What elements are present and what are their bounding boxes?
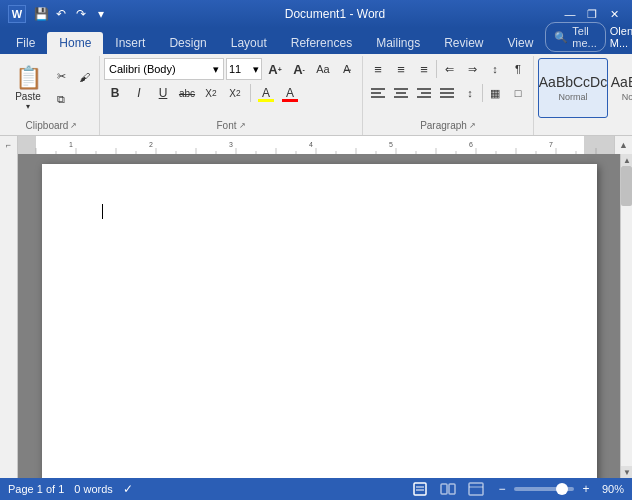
ribbon-right-area: 🔍 Tell me... Olenna M... Share bbox=[545, 22, 632, 54]
scrollbar-thumb[interactable] bbox=[621, 166, 632, 206]
user-account[interactable]: Olenna M... bbox=[610, 25, 632, 49]
read-mode-view-button[interactable] bbox=[438, 481, 458, 497]
tab-review[interactable]: Review bbox=[432, 32, 495, 54]
print-layout-view-button[interactable] bbox=[410, 481, 430, 497]
tab-design[interactable]: Design bbox=[157, 32, 218, 54]
font-size-selector[interactable]: 11 ▾ bbox=[226, 58, 262, 80]
shrink-font-button[interactable]: A- bbox=[288, 58, 310, 80]
shading-button[interactable]: ▦ bbox=[484, 82, 506, 104]
customize-quick-btn[interactable]: ▾ bbox=[92, 5, 110, 23]
tab-insert[interactable]: Insert bbox=[103, 32, 157, 54]
restore-button[interactable]: ❐ bbox=[582, 4, 602, 24]
zoom-slider-thumb[interactable] bbox=[556, 483, 568, 495]
paste-button[interactable]: 📋 Paste ▾ bbox=[8, 63, 48, 113]
styles-area: AaBbCcDc Normal AaBbCcDc No Spacing AaBb… bbox=[538, 58, 632, 118]
sort-button[interactable]: ↕ bbox=[484, 58, 506, 80]
web-layout-view-button[interactable] bbox=[466, 481, 486, 497]
superscript-button[interactable]: X2 bbox=[224, 82, 246, 104]
zoom-in-button[interactable]: + bbox=[578, 481, 594, 497]
align-center-button[interactable] bbox=[390, 82, 412, 104]
cut-button[interactable]: ✂ bbox=[50, 66, 72, 88]
style-normal[interactable]: AaBbCcDc Normal bbox=[538, 58, 608, 118]
tab-layout[interactable]: Layout bbox=[219, 32, 279, 54]
tab-view[interactable]: View bbox=[496, 32, 546, 54]
italic-button[interactable]: I bbox=[128, 82, 150, 104]
paragraph-controls: ≡ ≡ ≡ ⇐ ⇒ ↕ ¶ bbox=[367, 58, 529, 104]
clip-row-2: ⧉ bbox=[50, 89, 95, 111]
grow-font-button[interactable]: A+ bbox=[264, 58, 286, 80]
multilevel-list-button[interactable]: ≡ bbox=[413, 58, 435, 80]
tab-selector[interactable]: ⌐ bbox=[0, 136, 18, 154]
change-case-button[interactable]: Aa bbox=[312, 58, 334, 80]
scrollbar-down-button[interactable]: ▼ bbox=[621, 466, 632, 478]
vertical-ruler bbox=[0, 154, 18, 478]
close-button[interactable]: ✕ bbox=[604, 4, 624, 24]
font-expand-icon[interactable]: ↗ bbox=[239, 121, 246, 130]
underline-button[interactable]: U bbox=[152, 82, 174, 104]
zoom-out-button[interactable]: − bbox=[494, 481, 510, 497]
format-painter-button[interactable]: 🖌 bbox=[73, 66, 95, 88]
undo-quick-btn[interactable]: ↶ bbox=[52, 5, 70, 23]
size-dropdown-icon: ▾ bbox=[253, 63, 259, 76]
increase-indent-button[interactable]: ⇒ bbox=[461, 58, 483, 80]
tab-home[interactable]: Home bbox=[47, 32, 103, 54]
ruler-ticks: 1 2 3 4 5 6 7 bbox=[18, 136, 614, 154]
clipboard-expand-icon[interactable]: ↗ bbox=[70, 121, 77, 130]
font-label: Font ↗ bbox=[104, 118, 358, 133]
bold-button[interactable]: B bbox=[104, 82, 126, 104]
font-color-button[interactable]: A bbox=[279, 82, 301, 104]
paragraph-expand-icon[interactable]: ↗ bbox=[469, 121, 476, 130]
minimize-button[interactable]: — bbox=[560, 4, 580, 24]
show-marks-button[interactable]: ¶ bbox=[507, 58, 529, 80]
clear-formatting-button[interactable]: A̶ bbox=[336, 58, 358, 80]
title-bar-left: W 💾 ↶ ↷ ▾ bbox=[8, 5, 110, 23]
clipboard-label: Clipboard ↗ bbox=[8, 118, 95, 133]
font-name-selector[interactable]: Calibri (Body) ▾ bbox=[104, 58, 224, 80]
zoom-level[interactable]: 90% bbox=[602, 483, 624, 495]
copy-button[interactable]: ⧉ bbox=[50, 89, 72, 111]
window-title: Document1 - Word bbox=[110, 7, 560, 21]
clipboard-small-buttons: ✂ 🖌 ⧉ bbox=[50, 66, 95, 111]
numbering-button[interactable]: ≡ bbox=[390, 58, 412, 80]
subscript-button[interactable]: X2 bbox=[200, 82, 222, 104]
zoom-slider-track[interactable] bbox=[514, 487, 574, 491]
style-normal-label: Normal bbox=[558, 92, 587, 102]
strikethrough-button[interactable]: abc bbox=[176, 82, 198, 104]
paste-label: Paste bbox=[15, 91, 41, 102]
style-no-spacing[interactable]: AaBbCcDc No Spacing bbox=[610, 58, 632, 118]
vertical-scrollbar[interactable]: ▲ ▼ bbox=[620, 154, 632, 478]
document-scroll-area[interactable]: T aimienphi .vn bbox=[18, 154, 620, 478]
status-bar: Page 1 of 1 0 words ✓ − + 90% bbox=[0, 478, 632, 500]
save-quick-btn[interactable]: 💾 bbox=[32, 5, 50, 23]
document-page[interactable]: T aimienphi .vn bbox=[42, 164, 597, 478]
scrollbar-up-button[interactable]: ▲ bbox=[621, 154, 632, 166]
align-right-button[interactable] bbox=[413, 82, 435, 104]
borders-button[interactable]: □ bbox=[507, 82, 529, 104]
proofing-icon[interactable]: ✓ bbox=[123, 482, 133, 496]
decrease-indent-button[interactable]: ⇐ bbox=[438, 58, 460, 80]
zoom-controls: − + bbox=[494, 481, 594, 497]
svg-text:6: 6 bbox=[469, 141, 473, 148]
horizontal-ruler: 1 2 3 4 5 6 7 bbox=[18, 136, 614, 154]
ruler-collapse-btn[interactable]: ▲ bbox=[614, 136, 632, 154]
tab-file[interactable]: File bbox=[4, 32, 47, 54]
tell-me-input[interactable]: 🔍 Tell me... bbox=[545, 22, 605, 52]
tab-references[interactable]: References bbox=[279, 32, 364, 54]
text-highlight-button[interactable]: A bbox=[255, 82, 277, 104]
styles-group: AaBbCcDc Normal AaBbCcDc No Spacing AaBb… bbox=[534, 56, 632, 135]
align-left-button[interactable] bbox=[367, 82, 389, 104]
paste-arrow-icon: ▾ bbox=[26, 102, 30, 111]
scrollbar-track[interactable] bbox=[621, 166, 632, 466]
justify-button[interactable] bbox=[436, 82, 458, 104]
tab-mailings[interactable]: Mailings bbox=[364, 32, 432, 54]
style-nospacing-preview: AaBbCcDc bbox=[611, 74, 632, 90]
line-spacing-button[interactable]: ↕ bbox=[459, 82, 481, 104]
ribbon-tabs: File Home Insert Design Layout Reference… bbox=[0, 28, 632, 54]
search-icon: 🔍 bbox=[554, 31, 568, 44]
bullets-button[interactable]: ≡ bbox=[367, 58, 389, 80]
separator-2 bbox=[436, 60, 437, 78]
ribbon-content: 📋 Paste ▾ ✂ 🖌 ⧉ Clipboard ↗ bbox=[0, 54, 632, 136]
redo-quick-btn[interactable]: ↷ bbox=[72, 5, 90, 23]
svg-text:3: 3 bbox=[229, 141, 233, 148]
style-normal-preview: AaBbCcDc bbox=[539, 74, 607, 90]
